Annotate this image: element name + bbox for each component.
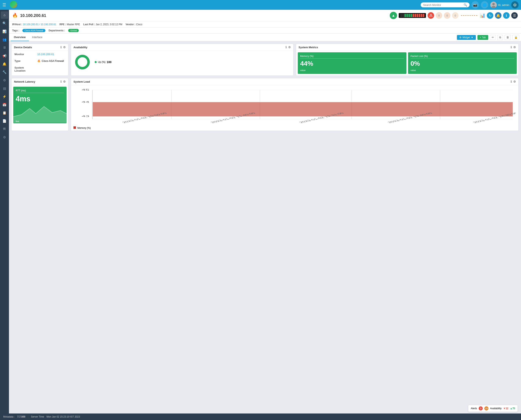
- system-load-header: System Load ℹ ⚙: [71, 78, 518, 85]
- user-menu[interactable]: Hi, admin: [490, 2, 509, 8]
- settings-icon-latency[interactable]: ⚙: [63, 80, 66, 83]
- sidebar-item-bolt[interactable]: ⚡: [1, 93, 8, 100]
- alerts-label: Alerts: [471, 407, 477, 410]
- bottom-badges: Alerts 3 23 Availability ▼12 ▲70: [468, 405, 518, 412]
- svg-point-1: [492, 3, 495, 5]
- globe-button[interactable]: 🌐: [481, 1, 488, 8]
- alert-count-1: 0: [436, 12, 442, 19]
- rtt-value: 4ms: [16, 95, 64, 103]
- card-header-icons: ℹ ⚙: [60, 45, 66, 49]
- settings-icon-load[interactable]: ⚙: [513, 80, 516, 83]
- type-icon: 🔥: [37, 60, 40, 62]
- avatar: [490, 2, 497, 8]
- tags-bar: Tags : Cisco ASA Firewall Departments : …: [9, 28, 521, 34]
- search-icon: 🔍: [464, 3, 467, 7]
- sidebar-item-monitor[interactable]: 🖥: [1, 44, 8, 51]
- tags-label: Tags :: [12, 29, 19, 32]
- vendor-info: Vendor : Cisco: [126, 23, 142, 26]
- sidebar-item-wrench[interactable]: 🔧: [1, 68, 8, 76]
- dept-badge: Global: [68, 29, 79, 32]
- alert-badge-red: 3: [479, 406, 483, 410]
- tab-overview[interactable]: Overview: [11, 34, 29, 41]
- table-row: System Location: [12, 65, 68, 74]
- sidebar-item-alert[interactable]: 📢: [1, 52, 8, 60]
- tabs-bar: Overview Interface ⚙ Widget ▼ + Tab ✏ ⧉ …: [9, 34, 521, 41]
- packet-lost-tile: Packet Lost (%) 0% value: [408, 52, 517, 74]
- tab-interface[interactable]: Interface: [29, 34, 46, 41]
- sidebar-item-bell[interactable]: 🔔: [1, 60, 8, 68]
- camera-icon: 📷: [473, 3, 477, 7]
- device-header: 🔥 10.100.200.61 ▲ ⚠ 0 0 0 📊 ↻ 🔔: [9, 10, 521, 21]
- sidebar-item-users[interactable]: 👥: [1, 36, 8, 43]
- sidebar-item-search[interactable]: 🔍: [1, 20, 8, 27]
- info-icon-metrics[interactable]: ℹ: [511, 45, 512, 49]
- settings-icon-sm[interactable]: ⚙: [63, 45, 66, 49]
- refresh-button[interactable]: ↻: [487, 12, 493, 19]
- settings-icon-avail[interactable]: ⚙: [288, 45, 291, 49]
- power-icon: ⏻: [513, 3, 516, 7]
- copy-button[interactable]: ⧉: [497, 35, 503, 40]
- svg-text:43: 43: [82, 115, 89, 117]
- svg-text:45: 45: [82, 89, 89, 91]
- latency-header: Network Latency ℹ ⚙: [12, 78, 68, 85]
- info-icon-sm[interactable]: ℹ: [60, 45, 61, 49]
- sidebar-item-settings2[interactable]: ⚙: [1, 76, 8, 84]
- menu-button[interactable]: ☰: [511, 12, 518, 19]
- alert-badge-orange: 23: [484, 406, 488, 410]
- edit-button[interactable]: ✏: [490, 35, 496, 40]
- device-details-card: Device Details ℹ ⚙ Monitor 10.100.200.61…: [11, 44, 68, 76]
- settings-icon-metrics[interactable]: ⚙: [513, 45, 516, 49]
- availability-card: Availability ℹ ⚙: [71, 44, 294, 76]
- sidebar-item-doc[interactable]: 📄: [1, 117, 8, 125]
- last-poll-info: Last Poll : Jan 2, 2023, 3:02:12 PM: [83, 23, 122, 26]
- legend-memory: Memory (%): [74, 126, 91, 129]
- info-icon-latency[interactable]: ℹ: [60, 80, 61, 83]
- info-button[interactable]: ℹ: [503, 12, 510, 19]
- avail-down: ▼12: [503, 407, 508, 410]
- globe-icon: 🌐: [483, 3, 487, 7]
- ip-host-info: IP/Host : 10.100.200.61 / 10.100.200.61: [12, 23, 56, 26]
- tag-badge: Cisco ASA Firewall: [23, 29, 45, 32]
- lock-button[interactable]: 🔒: [513, 35, 519, 40]
- availability-label: Availability: [490, 407, 501, 410]
- avail-legend: Up (%) 100: [95, 60, 112, 64]
- top-navbar: ☰ 🔍 📷 🌐 Hi, admin ⏻: [0, 0, 521, 10]
- device-details-header: Device Details ℹ ⚙: [12, 44, 68, 51]
- alert-icon: ⚠: [428, 12, 434, 19]
- system-load-card: System Load ℹ ⚙ 45 44 43: [71, 78, 519, 131]
- live-label: live: [16, 120, 19, 122]
- sidebar-item-home[interactable]: ⌂: [1, 11, 8, 19]
- monitor-link[interactable]: 10.100.200.61: [37, 53, 54, 56]
- info-icon-avail[interactable]: ℹ: [286, 45, 287, 49]
- sidebar-item-calendar[interactable]: 📅: [1, 101, 8, 108]
- chart-legend: Memory (%): [74, 126, 516, 129]
- main-content: 🔥 10.100.200.61 ▲ ⚠ 0 0 0 📊 ↻ 🔔: [9, 10, 521, 413]
- device-details-table: Monitor 10.100.200.61 Type 🔥 Cisco ASA F…: [12, 51, 68, 74]
- rtt-label: RTT (ms): [16, 89, 64, 93]
- mountain-chart: [13, 102, 67, 123]
- legend-color: [74, 126, 76, 129]
- system-metrics-header: System Metrics ℹ ⚙: [296, 44, 518, 51]
- search-input[interactable]: [423, 3, 462, 7]
- search-box[interactable]: 🔍: [421, 2, 469, 7]
- traffic-bar: [399, 13, 426, 18]
- sidebar-item-cog[interactable]: ⚙: [1, 134, 8, 141]
- device-icon: 🔥: [12, 13, 18, 18]
- camera-button[interactable]: 📷: [472, 1, 479, 8]
- power-button[interactable]: ⏻: [511, 1, 519, 8]
- device-header-right: ▲ ⚠ 0 0 0 📊 ↻ 🔔 ℹ ☰: [390, 12, 518, 19]
- delete-button[interactable]: 🗑: [505, 35, 511, 40]
- sidebar-item-tool[interactable]: 🛠: [1, 125, 8, 133]
- add-tab-button[interactable]: + Tab: [477, 35, 488, 40]
- up-dot: [95, 61, 97, 63]
- sidebar-item-chart[interactable]: 📊: [1, 28, 8, 35]
- info-icon-load[interactable]: ℹ: [511, 80, 512, 83]
- hamburger-menu[interactable]: ☰: [2, 2, 6, 7]
- sidebar-item-layers[interactable]: ▤: [1, 85, 8, 92]
- widget-button[interactable]: ⚙ Widget ▼: [457, 35, 476, 40]
- up-indicator: ▲: [390, 12, 397, 19]
- bell-button[interactable]: 🔔: [495, 12, 501, 19]
- content-area: Device Details ℹ ⚙ Monitor 10.100.200.61…: [9, 41, 521, 133]
- sidebar-item-copy[interactable]: 📋: [1, 109, 8, 116]
- rpe-info: RPE : Master RPE: [60, 23, 80, 26]
